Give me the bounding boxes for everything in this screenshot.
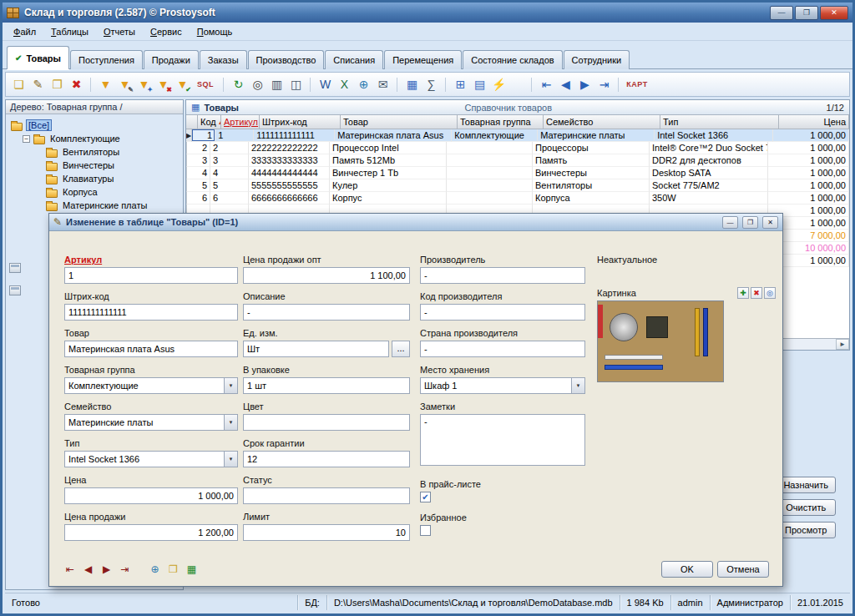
kod-proizvoditelya-input[interactable] — [420, 304, 585, 321]
ellipsis-button[interactable]: ... — [392, 341, 410, 357]
column-header-kod[interactable]: Код▲ — [198, 115, 221, 129]
column-header-tovar[interactable]: Товар — [341, 115, 458, 129]
tovar-input[interactable] — [64, 341, 238, 357]
copy-record-icon[interactable]: ❐ — [48, 75, 67, 94]
opisanie-input[interactable] — [243, 304, 410, 321]
tab-postupleniya[interactable]: Поступления — [70, 50, 143, 69]
column-header-cena[interactable]: Цена — [779, 115, 849, 129]
card-view-icon[interactable]: ▤ — [470, 75, 489, 94]
tab-spisaniya[interactable]: Списания — [325, 50, 383, 69]
artikul-input[interactable] — [64, 267, 238, 284]
tree-item-materinskie-platy[interactable]: Материнские платы — [43, 199, 180, 212]
tab-proizvodstvo[interactable]: Производство — [248, 50, 325, 69]
gruppa-combo[interactable] — [64, 377, 238, 394]
zametki-textarea[interactable]: - — [420, 414, 585, 466]
dialog-first-record-icon[interactable]: ⇤ — [63, 563, 77, 577]
summary-icon[interactable]: ∑ — [422, 75, 441, 94]
preview-icon[interactable]: ◫ — [286, 75, 306, 94]
dialog-minimize-icon[interactable]: — — [722, 216, 738, 229]
table-row[interactable]: ▶ 1 1 1111111111111 Материнская плата As… — [186, 129, 849, 142]
dialog-next-record-icon[interactable]: ▶ — [99, 563, 114, 577]
export-word-icon[interactable]: W — [316, 75, 335, 94]
panel-window-icon[interactable] — [9, 285, 21, 295]
tab-prodazhi[interactable]: Продажи — [144, 50, 199, 69]
tab-sostoyanie-skladov[interactable]: Состояние складов — [463, 50, 562, 69]
chevron-down-icon[interactable]: ▼ — [224, 415, 237, 430]
cancel-button[interactable]: Отмена — [717, 561, 769, 578]
close-icon[interactable]: ✕ — [820, 6, 848, 20]
tree-item-komplektuyushchie[interactable]: − Комплектующие — [20, 132, 180, 145]
filter-edit-icon[interactable]: ▼ ✎ — [115, 75, 134, 94]
column-header-artikul[interactable]: Артикул — [221, 115, 260, 129]
proizvoditel-input[interactable] — [420, 267, 585, 284]
export-html-icon[interactable]: ⊕ — [354, 75, 373, 94]
semeystvo-combo[interactable] — [64, 414, 238, 431]
export-mail-icon[interactable]: ✉ — [373, 75, 392, 94]
dialog-last-record-icon[interactable]: ⇥ — [118, 563, 132, 577]
tip-combo[interactable] — [64, 451, 238, 467]
chart-icon[interactable]: ▦ — [402, 75, 422, 94]
column-header-semeystvo[interactable]: Семейство — [544, 115, 660, 129]
dialog-prev-record-icon[interactable]: ◀ — [81, 563, 95, 577]
menu-help[interactable]: Помощь — [190, 24, 240, 39]
srok-garantii-input[interactable] — [243, 451, 410, 467]
column-header-tip[interactable]: Тип — [660, 115, 779, 129]
dialog-restore-icon[interactable]: ❐ — [742, 216, 758, 229]
tab-tovary[interactable]: ✔ Товары — [7, 46, 69, 69]
cards-button-icon[interactable]: КАРТ — [624, 75, 650, 94]
chevron-down-icon[interactable]: ▼ — [224, 378, 237, 393]
ok-button[interactable]: OK — [661, 561, 713, 578]
menu-reports[interactable]: Отчеты — [96, 24, 143, 39]
grid-view-icon[interactable]: ⊞ — [451, 75, 470, 94]
panel-window-icon[interactable] — [9, 263, 21, 273]
tree-item-vse[interactable]: [Все] — [8, 119, 180, 132]
cena-opt-input[interactable] — [243, 267, 410, 284]
ed-izm-input[interactable] — [243, 341, 389, 357]
tab-peremeshcheniya[interactable]: Перемещения — [384, 50, 462, 69]
column-header-gruppa[interactable]: Товарная группа — [458, 115, 544, 129]
clear-button[interactable]: Очистить — [776, 499, 836, 516]
new-record-icon[interactable]: ❏ — [9, 75, 28, 94]
price-list-checkbox[interactable]: ✔ — [420, 492, 431, 502]
dialog-globe-icon[interactable]: ⊕ — [148, 563, 162, 577]
chevron-down-icon[interactable]: ▼ — [571, 378, 584, 393]
table-row[interactable]: 4 4 4444444444444 Винчестер 1 Tb Винчест… — [186, 167, 849, 179]
table-row[interactable]: 6 6 6666666666666 Корпус Корпуса 350W 1 … — [186, 192, 849, 204]
table-row[interactable]: 5 5 5555555555555 Кулер Вентиляторы Sock… — [186, 179, 849, 192]
mesto-hraneniya-combo[interactable] — [420, 377, 585, 394]
assign-button[interactable]: Назначить — [776, 477, 836, 493]
filter-clear-icon[interactable]: ▼ ✖ — [154, 75, 173, 94]
next-record-icon[interactable]: ▶ — [575, 75, 594, 94]
collapse-icon[interactable]: − — [23, 135, 30, 143]
edit-record-icon[interactable]: ✎ — [28, 75, 48, 94]
print-icon[interactable]: ▥ — [267, 75, 286, 94]
dialog-image-export-icon[interactable]: ❐ — [166, 563, 180, 577]
v-upakovke-input[interactable] — [243, 377, 410, 394]
shtrihkod-input[interactable] — [64, 304, 238, 321]
menu-file[interactable]: Файл — [6, 24, 43, 39]
cena-input[interactable] — [64, 487, 238, 504]
dialog-close-icon[interactable]: ✕ — [762, 216, 778, 229]
cena-prodazhi-input[interactable] — [64, 524, 238, 541]
first-record-icon[interactable]: ⇤ — [537, 75, 556, 94]
scroll-right-icon[interactable]: ► — [836, 339, 849, 350]
table-row[interactable]: 3 3 3333333333333 Память 512Mb Память DD… — [186, 154, 849, 167]
lightning-icon[interactable]: ⚡ — [489, 75, 508, 94]
tree-item-klaviatury[interactable]: Клавиатуры — [43, 172, 180, 185]
chevron-down-icon[interactable]: ▼ — [224, 452, 237, 467]
favorite-checkbox[interactable] — [420, 525, 431, 536]
tab-sotrudniki[interactable]: Сотрудники — [564, 50, 630, 69]
table-row[interactable]: 2 2 2222222222222 Процессор Intel Процес… — [186, 142, 849, 154]
delete-record-icon[interactable]: ✖ — [67, 75, 86, 94]
tree-item-ventilyatory[interactable]: Вентиляторы — [43, 145, 180, 159]
filter-check-icon[interactable]: ▼ ✔ — [173, 75, 192, 94]
prev-record-icon[interactable]: ◀ — [556, 75, 575, 94]
strana-input[interactable] — [420, 341, 585, 357]
filter-favorite-icon[interactable]: ▼ ✦ — [134, 75, 154, 94]
delete-picture-icon[interactable]: ✖ — [751, 287, 762, 299]
view-button[interactable]: Просмотр — [776, 522, 836, 538]
find-icon[interactable]: ◎ — [248, 75, 267, 94]
limit-input[interactable] — [243, 524, 410, 541]
refresh-icon[interactable]: ↻ — [229, 75, 248, 94]
last-record-icon[interactable]: ⇥ — [594, 75, 614, 94]
